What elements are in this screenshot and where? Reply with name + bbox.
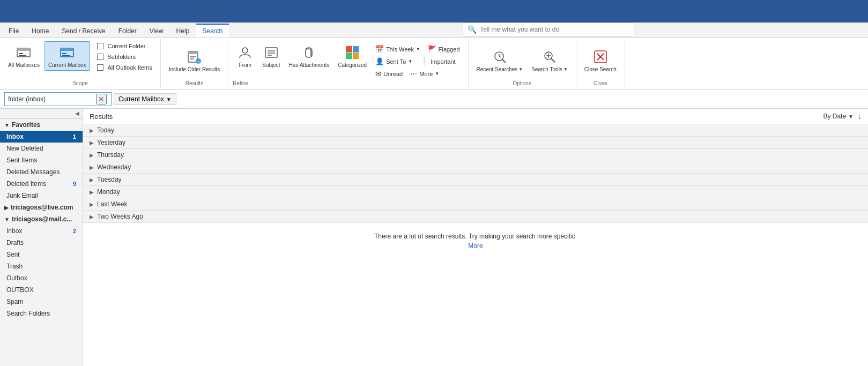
result-group-two-weeks-ago[interactable]: ▶ Two Weeks Ago bbox=[83, 211, 868, 223]
favorites-collapse-arrow: ▼ bbox=[4, 122, 10, 128]
has-attachments-label: Has Attachments bbox=[289, 62, 330, 68]
sidebar-item-new-deleted[interactable]: New Deleted bbox=[0, 143, 83, 154]
tab-send-receive[interactable]: Send / Receive bbox=[55, 25, 112, 38]
tab-folder[interactable]: Folder bbox=[112, 25, 143, 38]
sidebar-item-inbox[interactable]: Inbox 1 bbox=[0, 131, 83, 143]
sidebar-item-spam[interactable]: Spam bbox=[0, 296, 83, 308]
results-sort[interactable]: By Date ▼ ↓ bbox=[823, 112, 862, 121]
tab-file[interactable]: File bbox=[2, 25, 25, 38]
account2-label: triciagoss@mail.c... bbox=[12, 215, 72, 223]
has-attachments-button[interactable]: Has Attachments bbox=[285, 41, 333, 71]
account2-header[interactable]: ▼ triciagoss@mail.c... bbox=[0, 213, 83, 225]
refine-group-label: Refine bbox=[233, 80, 248, 86]
svg-line-24 bbox=[551, 58, 555, 62]
top-search-input[interactable] bbox=[480, 26, 619, 33]
sent-to-icon: 👤 bbox=[375, 57, 384, 65]
sidebar-item-deleted-items[interactable]: Deleted Items 9 bbox=[0, 178, 83, 190]
svg-rect-5 bbox=[61, 48, 73, 51]
deleted-messages-label: Deleted Messages bbox=[6, 168, 60, 176]
result-group-last-week[interactable]: ▶ Last Week bbox=[83, 198, 868, 211]
recent-searches-button[interactable]: Recent Searches ▼ bbox=[473, 46, 527, 75]
all-mailboxes-button[interactable]: All Mailboxes bbox=[4, 41, 43, 71]
results-group: + Include Older Results Results bbox=[161, 39, 229, 88]
sidebar-item-search-folders[interactable]: Search Folders bbox=[0, 308, 83, 319]
svg-rect-7 bbox=[62, 55, 70, 56]
sort-label: By Date bbox=[823, 113, 846, 120]
subfolders-button[interactable]: Subfolders bbox=[93, 52, 156, 62]
sidebar-collapse-button[interactable]: ◄ bbox=[74, 110, 80, 117]
week-icon: 📅 bbox=[375, 45, 384, 53]
flagged-label: Flagged bbox=[439, 46, 460, 53]
tab-help[interactable]: Help bbox=[170, 25, 196, 38]
options-group: Recent Searches ▼ Search Tools ▼ bbox=[469, 39, 576, 88]
close-group-label: Close bbox=[593, 80, 607, 86]
unread-label: Unread bbox=[383, 71, 403, 77]
inbox-label: Inbox bbox=[6, 133, 24, 140]
unread-button[interactable]: ✉ Unread bbox=[372, 68, 406, 79]
result-group-thursday[interactable]: ▶ Thursday bbox=[83, 149, 868, 161]
tab-home[interactable]: Home bbox=[25, 25, 55, 38]
result-group-monday[interactable]: ▶ Monday bbox=[83, 186, 868, 198]
sidebar-item-drafts[interactable]: Drafts bbox=[0, 237, 83, 249]
top-bar bbox=[0, 2, 868, 23]
thursday-chevron: ▶ bbox=[90, 152, 94, 158]
yesterday-label: Yesterday bbox=[97, 139, 125, 146]
search-clear-button[interactable]: ✕ bbox=[96, 94, 107, 104]
recent-searches-icon bbox=[491, 48, 508, 65]
all-outlook-items-label: All Outlook Items bbox=[108, 64, 152, 71]
from-button[interactable]: From bbox=[233, 41, 257, 71]
tuesday-label: Tuesday bbox=[97, 176, 122, 183]
account1-header[interactable]: ▶ triciagoss@live.com bbox=[0, 201, 83, 213]
include-older-results-button[interactable]: + Include Older Results bbox=[165, 46, 224, 75]
ribbon-content: All Mailboxes Current Mailbox bbox=[0, 38, 868, 90]
this-week-label: This Week bbox=[386, 46, 414, 53]
inbox2-badge: 2 bbox=[73, 228, 76, 234]
sidebar-item-sent[interactable]: Sent bbox=[0, 249, 83, 260]
categorized-button[interactable]: Categorized bbox=[334, 41, 370, 71]
important-button[interactable]: ❕ Important bbox=[416, 56, 459, 67]
sidebar-item-inbox2[interactable]: Inbox 2 bbox=[0, 225, 83, 237]
sidebar-item-trash[interactable]: Trash bbox=[0, 260, 83, 272]
two-weeks-ago-label: Two Weeks Ago bbox=[97, 213, 143, 220]
search-tools-arrow: ▼ bbox=[563, 67, 568, 72]
sidebar-item-sent-items[interactable]: Sent Items bbox=[0, 154, 83, 166]
results-more-link[interactable]: More bbox=[468, 242, 483, 250]
subject-label: Subject bbox=[262, 62, 280, 68]
sent-to-button[interactable]: 👤 Sent To ▼ bbox=[372, 56, 416, 67]
outbox-caps-label: OUTBOX bbox=[6, 286, 34, 294]
categorized-label: Categorized bbox=[338, 62, 367, 68]
search-input[interactable] bbox=[8, 95, 94, 103]
svg-point-14 bbox=[242, 48, 248, 53]
all-outlook-items-button[interactable]: All Outlook Items bbox=[93, 63, 156, 72]
more-label: More bbox=[419, 71, 433, 77]
monday-chevron: ▶ bbox=[90, 189, 94, 195]
result-group-tuesday[interactable]: ▶ Tuesday bbox=[83, 174, 868, 186]
sidebar-item-outbox[interactable]: Outbox bbox=[0, 272, 83, 284]
sidebar-item-outbox-caps[interactable]: OUTBOX bbox=[0, 284, 83, 296]
result-group-yesterday[interactable]: ▶ Yesterday bbox=[83, 137, 868, 149]
tab-view[interactable]: View bbox=[143, 25, 170, 38]
close-search-button[interactable]: Close Search bbox=[581, 46, 620, 75]
all-mailboxes-icon bbox=[15, 44, 32, 61]
subject-button[interactable]: Subject bbox=[258, 41, 284, 71]
tab-search[interactable]: Search bbox=[196, 24, 229, 38]
more-button[interactable]: ⋯ More ▼ bbox=[406, 68, 443, 79]
this-week-dropdown-arrow: ▼ bbox=[416, 47, 420, 51]
svg-text:+: + bbox=[197, 59, 200, 64]
flagged-button[interactable]: 🚩 Flagged bbox=[424, 43, 464, 55]
results-header: Results By Date ▼ ↓ bbox=[83, 109, 868, 124]
result-group-today[interactable]: ▶ Today bbox=[83, 124, 868, 137]
junk-email-label: Junk Email bbox=[6, 192, 38, 199]
search-scope-button[interactable]: Current Mailbox ▼ bbox=[114, 93, 176, 105]
current-folder-button[interactable]: Current Folder bbox=[93, 41, 156, 51]
search-tools-button[interactable]: Search Tools ▼ bbox=[528, 46, 572, 75]
include-older-label: Include Older Results bbox=[169, 66, 220, 72]
this-week-button[interactable]: 📅 This Week ▼ bbox=[372, 43, 424, 55]
current-mailbox-button[interactable]: Current Mailbox bbox=[44, 41, 90, 71]
sidebar-item-junk-email[interactable]: Junk Email bbox=[0, 190, 83, 201]
result-group-wednesday[interactable]: ▶ Wednesday bbox=[83, 161, 868, 174]
favorites-header[interactable]: ▼ Favorites bbox=[0, 119, 83, 131]
sidebar-item-deleted-messages[interactable]: Deleted Messages bbox=[0, 166, 83, 178]
scope-small-buttons: Current Folder Subfolders All Outlook It… bbox=[93, 41, 156, 72]
inbox-badge: 1 bbox=[73, 133, 76, 140]
